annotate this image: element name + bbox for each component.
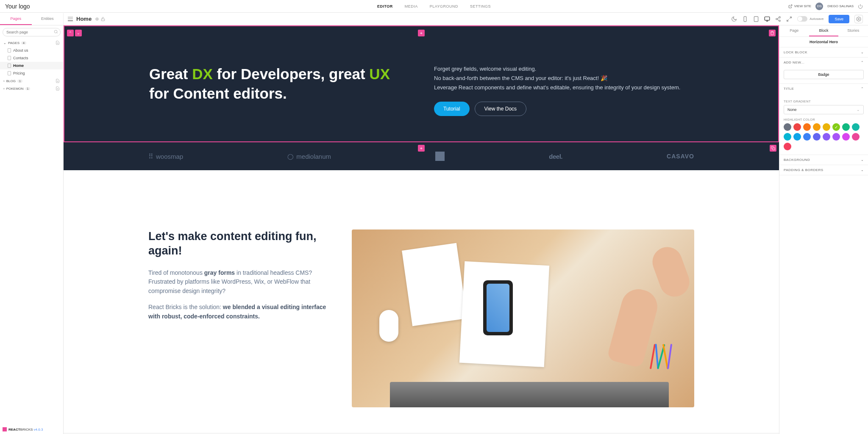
content-block[interactable]: Let's make content editing fun, again! T…: [64, 170, 779, 433]
color-swatch[interactable]: [832, 123, 840, 131]
tree-item-pricing[interactable]: Pricing: [0, 69, 63, 77]
external-link-icon: [788, 4, 793, 8]
title-section-header[interactable]: TITLE⌃: [779, 84, 868, 94]
color-swatch[interactable]: [842, 123, 850, 131]
move-down-button[interactable]: ⌄: [75, 30, 82, 36]
autosave-label: Autosave: [810, 17, 823, 21]
content-paragraph[interactable]: React Bricks is the solution: we blended…: [148, 303, 326, 321]
tab-pages[interactable]: Pages: [0, 13, 32, 25]
brand-footer: REACTBRICKS v4.0.3: [0, 425, 63, 434]
color-swatch[interactable]: [784, 133, 791, 141]
autosave-toggle[interactable]: [797, 16, 807, 22]
move-up-button[interactable]: ⌃: [67, 30, 74, 36]
color-swatch[interactable]: [832, 133, 840, 141]
hero-paragraph[interactable]: Leverage React components and define wha…: [434, 83, 693, 92]
doc-icon: [8, 71, 11, 75]
highlight-color-label: HIGHLIGHT COLOR: [784, 118, 864, 122]
rtab-page[interactable]: Page: [779, 25, 809, 36]
svg-rect-10: [773, 148, 775, 150]
add-badge-button[interactable]: Badge: [784, 70, 864, 79]
mobile-icon[interactable]: [742, 16, 748, 22]
add-page-icon[interactable]: [56, 79, 60, 83]
duplicate-block-button[interactable]: [770, 145, 776, 152]
content-image[interactable]: [352, 229, 694, 407]
hero-paragraph[interactable]: Forget grey fields, welcome visual editi…: [434, 64, 693, 74]
customer-logo: CASAVO: [667, 153, 694, 160]
hamburger-icon[interactable]: [68, 17, 73, 21]
user-avatar[interactable]: DS: [815, 3, 823, 10]
logout-icon[interactable]: [858, 4, 863, 9]
rtab-stories[interactable]: Stories: [838, 25, 868, 36]
tree-section-pokemon[interactable]: › POKEMON 1: [0, 85, 63, 92]
chevron-right-icon: ›: [3, 79, 5, 83]
color-swatch[interactable]: [784, 123, 791, 131]
dark-mode-icon[interactable]: [731, 16, 737, 22]
tutorial-button[interactable]: Tutorial: [434, 102, 470, 116]
svg-point-9: [54, 30, 57, 33]
save-button[interactable]: Save: [829, 15, 849, 23]
svg-point-6: [776, 18, 778, 20]
nav-playground[interactable]: PLAYGROUND: [430, 4, 458, 8]
search-input[interactable]: [3, 28, 61, 36]
settings-button[interactable]: [854, 15, 863, 23]
color-swatch[interactable]: [803, 123, 811, 131]
add-block-button[interactable]: +: [418, 145, 425, 152]
docs-button[interactable]: View the Docs: [475, 102, 526, 116]
svg-point-0: [97, 18, 98, 19]
delete-block-button[interactable]: [769, 30, 776, 36]
nav-editor[interactable]: EDITOR: [377, 4, 393, 8]
color-palette: [784, 123, 864, 150]
add-new-header[interactable]: ADD NEW...⌃: [779, 58, 868, 67]
color-swatch[interactable]: [842, 133, 850, 141]
app-logo: Your logo: [5, 3, 30, 10]
rtab-block[interactable]: Block: [809, 25, 839, 36]
search-icon: [54, 30, 58, 34]
color-swatch[interactable]: [813, 133, 821, 141]
text-gradient-select[interactable]: None⌄: [784, 105, 864, 114]
desktop-icon[interactable]: [764, 16, 770, 22]
lock-open-icon[interactable]: [101, 17, 105, 21]
color-swatch[interactable]: [793, 123, 801, 131]
color-swatch[interactable]: [852, 123, 860, 131]
chevron-down-icon: ⌄: [861, 158, 864, 162]
hero-block[interactable]: ⌃ ⌄ + Great DX for Developers, great UX …: [64, 25, 779, 142]
share-icon[interactable]: [775, 16, 781, 22]
chevron-right-icon: ›: [3, 87, 5, 91]
tree-section-blog[interactable]: › BLOG 1: [0, 77, 63, 85]
tree-section-pages[interactable]: ⌄ PAGES 4: [0, 39, 63, 47]
color-swatch[interactable]: [784, 143, 791, 150]
lock-block-header[interactable]: LOCK BLOCK⌄: [779, 47, 868, 57]
tree-item-about[interactable]: About us: [0, 47, 63, 54]
chevron-up-icon: ⌃: [861, 61, 864, 64]
tree-item-contacts[interactable]: Contacts: [0, 54, 63, 62]
nav-media[interactable]: MEDIA: [405, 4, 418, 8]
content-title[interactable]: Let's make content editing fun, again!: [148, 229, 326, 258]
content-paragraph[interactable]: Tired of monotonous gray forms in tradit…: [148, 268, 326, 296]
chevron-down-icon: ⌄: [857, 108, 860, 112]
color-swatch[interactable]: [823, 123, 830, 131]
block-name-label: Horizontal Hero: [779, 37, 868, 47]
visibility-icon[interactable]: [95, 17, 99, 21]
hero-paragraph[interactable]: No back-and-forth between the CMS and yo…: [434, 74, 693, 83]
svg-rect-1: [101, 19, 105, 21]
view-site-link[interactable]: VIEW SITE: [788, 4, 811, 8]
color-swatch[interactable]: [803, 133, 811, 141]
hero-title[interactable]: Great DX for Developers, great UX for Co…: [149, 64, 409, 103]
background-header[interactable]: BACKGROUND⌄: [779, 155, 868, 165]
color-swatch[interactable]: [852, 133, 860, 141]
padding-header[interactable]: PADDING & BORDERS⌄: [779, 165, 868, 175]
color-swatch[interactable]: [793, 133, 801, 141]
color-swatch[interactable]: [813, 123, 821, 131]
tree-item-home[interactable]: Home: [0, 62, 63, 69]
tab-entities[interactable]: Entities: [32, 13, 64, 25]
tablet-icon[interactable]: [753, 16, 759, 22]
customer-logo: ◯mediolanum: [287, 153, 331, 160]
add-block-before-button[interactable]: +: [418, 30, 425, 36]
nav-settings[interactable]: SETTINGS: [470, 4, 491, 8]
chevron-down-icon: ⌄: [861, 168, 864, 172]
color-swatch[interactable]: [823, 133, 830, 141]
fullscreen-icon[interactable]: [786, 16, 792, 22]
add-page-icon[interactable]: [56, 86, 60, 91]
logos-block[interactable]: + ⠿woosmap ◯mediolanum deel. CASAVO: [64, 142, 779, 170]
add-page-icon[interactable]: [56, 41, 60, 45]
